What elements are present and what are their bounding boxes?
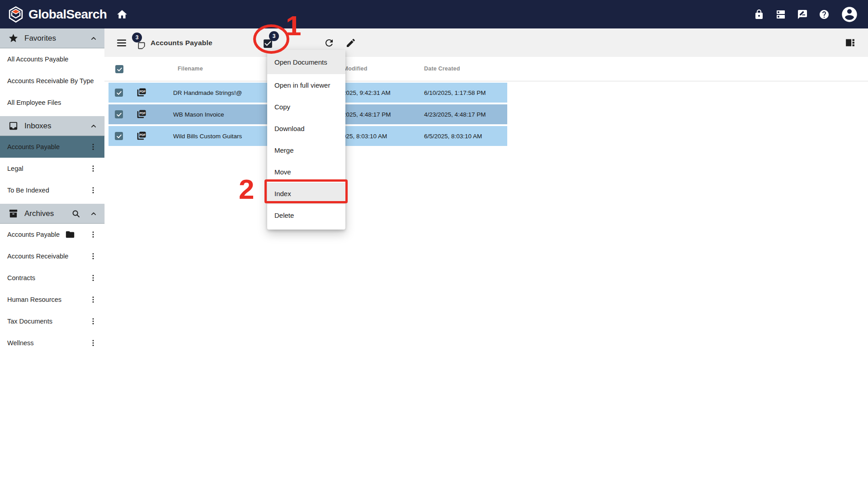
sidebar-item-accounts-receivable[interactable]: Accounts Receivable [0,245,104,267]
sidebar-item-label: Accounts Receivable [7,253,68,260]
menu-item-open-in-full-viewer[interactable]: Open in full viewer [267,74,345,96]
star-icon [8,33,19,43]
sidebar-item-contracts[interactable]: Contracts [0,267,104,289]
sidebar-item-all-employee-files[interactable]: All Employee Files [0,92,104,113]
select-all-checkbox[interactable] [115,65,123,73]
sidebar-section-inboxes: Inboxes Accounts Payable Legal To Be Ind… [0,116,104,201]
sidebar-item-accounts-payable[interactable]: Accounts Payable [0,224,104,245]
sidebar-item-label: Human Resources [7,296,61,303]
chevron-up-icon[interactable] [89,209,98,218]
sidebar-header-inboxes[interactable]: Inboxes [0,116,104,136]
pdf-file-icon: PDF [136,131,146,141]
home-icon[interactable] [116,9,128,20]
menu-item-label: Download [274,125,305,132]
sidebar-item-to-be-indexed[interactable]: To Be Indexed [0,179,104,201]
row-checkbox[interactable] [115,132,123,140]
sidebar-item-legal[interactable]: Legal [0,158,104,179]
menu-item-label: Delete [274,211,294,219]
globalsearch-app: GlobalSearch [0,0,868,488]
chevron-up-icon[interactable] [89,34,98,43]
brand-logo[interactable]: GlobalSearch [7,0,107,28]
sidebar-section-favorites: Favorites All Accounts Payable Accounts … [0,28,104,113]
results-toolbar: 3 Accounts Payable 3 [104,28,868,57]
rate-review-icon[interactable] [797,9,808,20]
lock-icon[interactable] [754,9,764,20]
sidebar-item-label: To Be Indexed [7,187,49,194]
row-checkbox[interactable] [115,110,123,118]
row-checkbox[interactable] [115,89,123,97]
favorites-list: All Accounts Payable Accounts Receivable… [0,48,104,113]
refresh-icon[interactable] [324,38,335,48]
archive-title: Accounts Payable [151,28,212,57]
view-sidebar-icon[interactable] [844,37,856,48]
sidebar-item-accounts-payable[interactable]: Accounts Payable [0,136,104,158]
sidebar-header-archives[interactable]: Archives [0,204,104,224]
sidebar-item-label: Contracts [7,274,35,282]
edit-pencil-icon[interactable] [345,38,356,48]
column-header-filename[interactable]: Filename [178,66,203,72]
inbox-icon [8,121,19,131]
help-icon[interactable] [819,9,830,20]
sidebar-item-label: All Accounts Payable [7,56,68,63]
sidebar-header-favorites[interactable]: Favorites [0,28,104,48]
menu-item-delete[interactable]: Delete [267,204,345,226]
pdf-file-icon: PDF [136,87,146,98]
document-count-button[interactable]: 3 [131,31,151,55]
annotation-number-2: 2 [239,175,254,203]
sidebar-item-label: Accounts Receivable By Type [7,77,94,84]
sidebar: Favorites All Accounts Payable Accounts … [0,28,104,488]
brand-name: GlobalSearch [28,7,107,22]
kebab-menu-icon[interactable] [89,164,97,174]
kebab-menu-icon[interactable] [89,142,97,152]
section-label: Inboxes [24,122,89,131]
document-count-badge: 3 [132,33,142,42]
menu-item-label: Merge [274,146,294,154]
kebab-menu-icon[interactable] [89,230,97,239]
menu-item-move[interactable]: Move [267,161,345,183]
menu-item-merge[interactable]: Merge [267,139,345,161]
pdf-file-icon: PDF [136,109,146,120]
cell-date-created: 4/23/2025, 4:48:17 PM [424,104,486,124]
menu-item-label: Move [274,168,291,176]
menu-item-open-documents[interactable]: Open Documents [267,50,345,74]
folder-icon [65,230,75,239]
search-icon[interactable] [71,209,81,219]
sidebar-item-tax-documents[interactable]: Tax Documents [0,310,104,332]
hamburger-menu-icon[interactable] [116,38,127,48]
menu-item-index[interactable]: Index [267,183,345,204]
account-circle-icon[interactable] [840,5,859,23]
kebab-menu-icon[interactable] [89,338,97,348]
archive-icon [8,208,19,219]
sidebar-item-label: Wellness [7,339,34,347]
cell-filename: WB Mason Invoice [173,104,224,124]
sidebar-item-label: Accounts Payable [7,143,60,150]
svg-text:PDF: PDF [140,90,146,93]
column-header-date-created[interactable]: Date Created [424,66,460,72]
sidebar-item-all-accounts-payable[interactable]: All Accounts Payable [0,48,104,70]
cell-date-created: 6/10/2025, 1:17:58 PM [424,83,486,103]
kebab-menu-icon[interactable] [89,185,97,195]
sidebar-item-accounts-receivable-by-type[interactable]: Accounts Receivable By Type [0,70,104,92]
menu-item-label: Open in full viewer [274,81,330,89]
svg-text:PDF: PDF [140,112,146,115]
kebab-menu-icon[interactable] [89,273,97,283]
inboxes-list: Accounts Payable Legal To Be Indexed [0,136,104,201]
menu-item-download[interactable]: Download [267,117,345,139]
document-icon [137,41,146,50]
kebab-menu-icon[interactable] [89,251,97,261]
sidebar-section-archives: Archives Accounts Payable Accounts Recei… [0,204,104,354]
section-label: Favorites [24,34,89,43]
menu-item-copy[interactable]: Copy [267,96,345,117]
topbar-actions [754,0,859,28]
sidebar-item-label: Accounts Payable [7,231,60,238]
kebab-menu-icon[interactable] [89,295,97,305]
globalsearch-cube-icon [7,6,24,23]
sidebar-item-wellness[interactable]: Wellness [0,332,104,354]
kebab-menu-icon[interactable] [89,316,97,326]
menu-item-label: Index [274,190,291,197]
dns-list-icon[interactable] [775,9,786,20]
chevron-up-icon[interactable] [89,122,98,131]
top-navigation-bar: GlobalSearch [0,0,868,28]
sidebar-item-human-resources[interactable]: Human Resources [0,289,104,310]
section-label: Archives [24,209,71,218]
